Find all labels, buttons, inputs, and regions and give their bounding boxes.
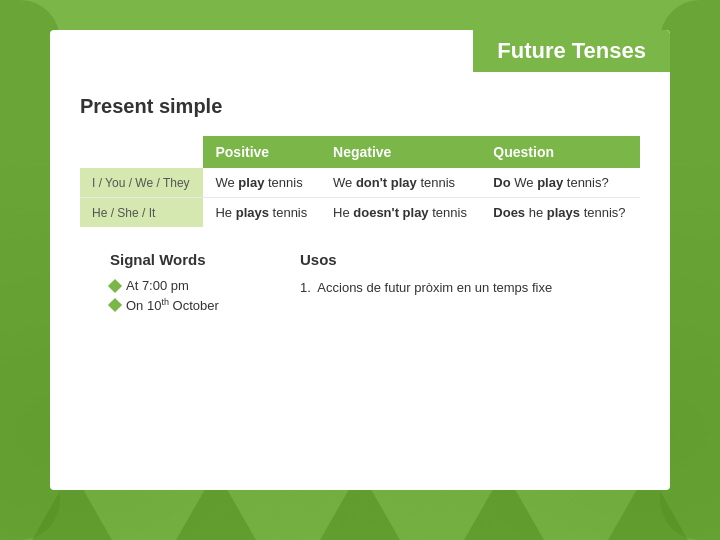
col-header-subject — [80, 136, 203, 168]
signal-item-2: On 10th October — [110, 297, 270, 313]
table-row: He / She / It He plays tennis He doesn't… — [80, 198, 640, 228]
main-card: Future Tenses Present simple Positive Ne… — [50, 30, 670, 490]
bottom-section: Signal Words At 7:00 pm On 10th October … — [80, 251, 640, 317]
bold-do-1: Do — [493, 175, 510, 190]
cell-question-2: Does he plays tennis? — [481, 198, 640, 228]
cell-negative-1: We don't play tennis — [321, 168, 481, 198]
usos-title: Usos — [300, 251, 610, 268]
col-header-positive: Positive — [203, 136, 321, 168]
signal-item-1-text: At 7:00 pm — [126, 278, 189, 293]
bold-plays-2: plays — [236, 205, 269, 220]
col-header-question: Question — [481, 136, 640, 168]
bold-play-q1: play — [537, 175, 563, 190]
signal-words-title: Signal Words — [110, 251, 270, 268]
bold-play-1: play — [238, 175, 264, 190]
usos-item-1: 1. Accions de futur pròxim en un temps f… — [300, 278, 610, 298]
page-title: Future Tenses — [497, 38, 646, 63]
usos-section: Usos 1. Accions de futur pròxim en un te… — [300, 251, 610, 317]
bold-dont-1: don't play — [356, 175, 417, 190]
cell-subject-1: I / You / We / They — [80, 168, 203, 198]
bold-doesnt-2: doesn't play — [353, 205, 428, 220]
bold-does-2: Does — [493, 205, 525, 220]
cell-positive-1: We play tennis — [203, 168, 321, 198]
card-content: Present simple Positive Negative Questio… — [50, 75, 670, 337]
diamond-icon-1 — [108, 278, 122, 292]
col-header-negative: Negative — [321, 136, 481, 168]
section-title: Present simple — [80, 95, 640, 118]
signal-item-2-text: On 10th October — [126, 297, 219, 313]
cell-question-1: Do We play tennis? — [481, 168, 640, 198]
cell-subject-2: He / She / It — [80, 198, 203, 228]
cell-negative-2: He doesn't play tennis — [321, 198, 481, 228]
title-banner: Future Tenses — [473, 30, 670, 72]
table-row: I / You / We / They We play tennis We do… — [80, 168, 640, 198]
bold-plays-q2: plays — [547, 205, 580, 220]
superscript-th: th — [161, 297, 169, 307]
signal-words-section: Signal Words At 7:00 pm On 10th October — [110, 251, 270, 317]
tenses-table: Positive Negative Question I / You / We … — [80, 136, 640, 227]
signal-item-1: At 7:00 pm — [110, 278, 270, 293]
diamond-icon-2 — [108, 298, 122, 312]
cell-positive-2: He plays tennis — [203, 198, 321, 228]
